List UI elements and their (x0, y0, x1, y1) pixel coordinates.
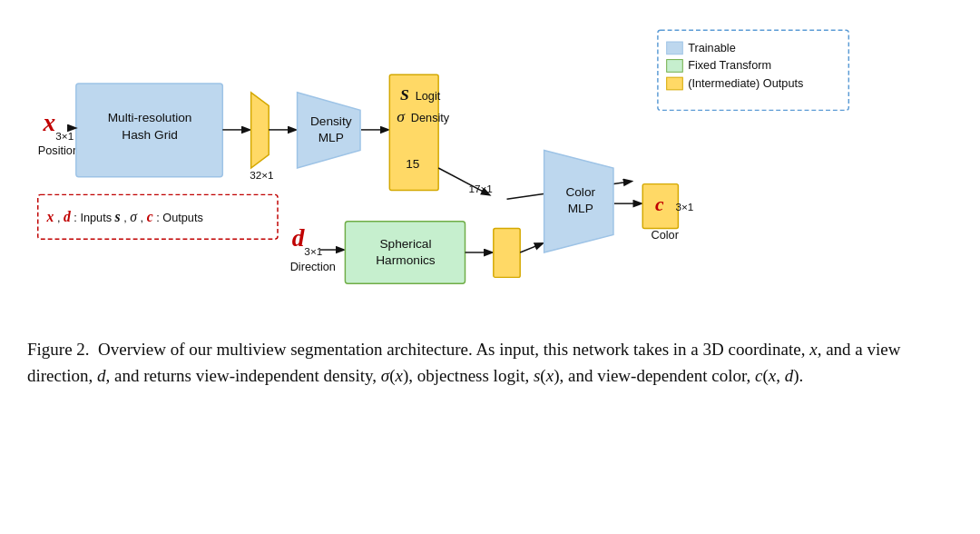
svg-text:MLP: MLP (568, 202, 593, 215)
figure-label: Figure 2. (27, 340, 90, 359)
svg-text:32×1: 32×1 (250, 169, 273, 181)
svg-text:MLP: MLP (318, 131, 344, 144)
svg-text:Color: Color (652, 228, 680, 242)
caption-text: Overview of our multiview segmentation a… (27, 340, 900, 385)
svg-text:x
      , 
      d
       : In: x , d : Inputs s , σ , c : Outputs (46, 209, 203, 224)
svg-text:Position: Position (38, 143, 79, 157)
svg-rect-3 (667, 60, 683, 73)
svg-text:Direction: Direction (290, 260, 336, 273)
svg-text:c: c (655, 193, 664, 215)
svg-text:Density: Density (310, 114, 352, 128)
svg-text:Fixed Transform: Fixed Transform (688, 58, 771, 72)
svg-text:Spherical: Spherical (379, 237, 431, 251)
svg-rect-5 (667, 77, 683, 90)
svg-text:σ: σ (397, 107, 406, 125)
svg-text:Multi-resolution: Multi-resolution (108, 111, 192, 124)
svg-marker-15 (251, 93, 270, 168)
svg-text:Hash Grid: Hash Grid (122, 128, 178, 142)
svg-line-40 (520, 243, 542, 252)
svg-text:15: 15 (406, 157, 420, 171)
diagram-area: Trainable Fixed Transform (Intermediate)… (27, 18, 953, 327)
svg-text:x: x (43, 109, 56, 136)
svg-text:3×1: 3×1 (55, 130, 74, 142)
svg-text:3×1: 3×1 (675, 201, 693, 213)
svg-text:3×1: 3×1 (304, 245, 322, 257)
svg-text:17×1: 17×1 (468, 183, 492, 194)
svg-rect-39 (494, 229, 520, 278)
svg-text:Logit: Logit (416, 89, 441, 103)
svg-text:Harmonics: Harmonics (376, 253, 436, 267)
svg-rect-1 (667, 42, 683, 54)
svg-text:Density: Density (411, 111, 450, 124)
svg-text:(Intermediate) Outputs: (Intermediate) Outputs (688, 76, 803, 90)
svg-text:Color: Color (565, 185, 595, 199)
svg-text:S: S (400, 85, 409, 104)
figure-caption: Figure 2. Overview of our multiview segm… (27, 336, 953, 390)
svg-text:Trainable: Trainable (688, 41, 736, 54)
